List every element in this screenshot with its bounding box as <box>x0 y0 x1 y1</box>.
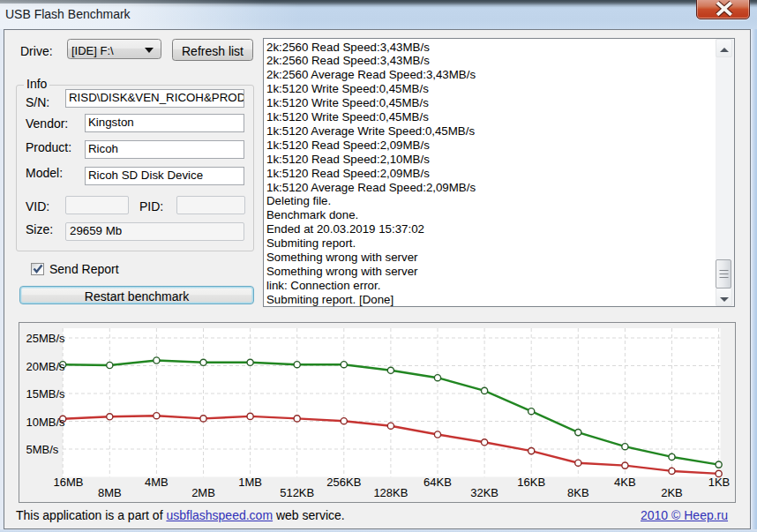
svg-text:8MB: 8MB <box>98 486 122 499</box>
svg-text:4MB: 4MB <box>145 476 169 489</box>
svg-text:64KB: 64KB <box>423 476 452 489</box>
svg-text:10MB/s: 10MB/s <box>26 416 66 429</box>
svg-text:512KB: 512KB <box>280 486 314 499</box>
svg-text:1KB: 1KB <box>708 476 731 489</box>
svg-text:4KB: 4KB <box>614 476 636 489</box>
svg-text:1MB: 1MB <box>238 476 262 489</box>
svg-text:256KB: 256KB <box>326 476 361 489</box>
svg-text:2MB: 2MB <box>191 486 215 499</box>
svg-text:20MB/s: 20MB/s <box>26 360 66 373</box>
svg-text:5MB/s: 5MB/s <box>26 443 59 456</box>
svg-text:128KB: 128KB <box>373 486 408 499</box>
svg-text:15MB/s: 15MB/s <box>26 387 66 401</box>
svg-text:2KB: 2KB <box>661 486 683 499</box>
svg-text:16KB: 16KB <box>517 476 545 489</box>
svg-text:32KB: 32KB <box>470 486 498 499</box>
svg-text:25MB/s: 25MB/s <box>26 332 66 345</box>
svg-text:16MB: 16MB <box>54 476 84 489</box>
svg-text:8KB: 8KB <box>567 486 589 499</box>
